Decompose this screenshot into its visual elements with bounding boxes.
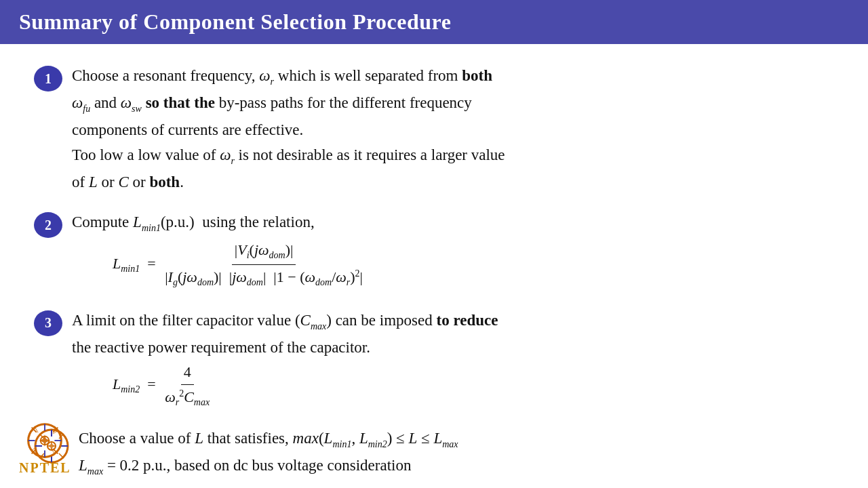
list-item-4: Choose a value of L that satisfies, max(… xyxy=(34,427,834,481)
svg-marker-25 xyxy=(39,434,50,447)
item-2-text: Compute Lmin1(p.u.) using the relation, … xyxy=(72,211,368,293)
nptel-label: NPTEL xyxy=(19,460,71,476)
bullet-2: 2 xyxy=(34,212,62,238)
nptel-logo: NPTEL xyxy=(19,422,71,476)
bullet-3: 3 xyxy=(34,310,62,336)
list-item-2: 2 Compute Lmin1(p.u.) using the relation… xyxy=(34,211,834,293)
list-item-1: 1 Choose a resonant frequency, ωr which … xyxy=(34,64,834,196)
item-4-text: Choose a value of L that satisfies, max(… xyxy=(79,427,458,481)
header-bar: Summary of Component Selection Procedure xyxy=(0,0,868,44)
slide-content: 1 Choose a resonant frequency, ωr which … xyxy=(0,44,868,488)
nptel-wheel-logo xyxy=(26,422,63,459)
lmin2-equation: Lmin2 = 4 ωr2Cmax xyxy=(113,361,498,410)
item-3-text: A limit on the filter capacitor value (C… xyxy=(72,309,498,413)
bullet-1: 1 xyxy=(34,66,62,92)
list-item-3: 3 A limit on the filter capacitor value … xyxy=(34,309,834,413)
lmin1-equation: Lmin1 = |Vi(jωdom)| |Ig(jωdom)| |jωdom| … xyxy=(113,239,368,289)
item-1-text: Choose a resonant frequency, ωr which is… xyxy=(72,64,505,196)
slide-title: Summary of Component Selection Procedure xyxy=(19,9,451,35)
